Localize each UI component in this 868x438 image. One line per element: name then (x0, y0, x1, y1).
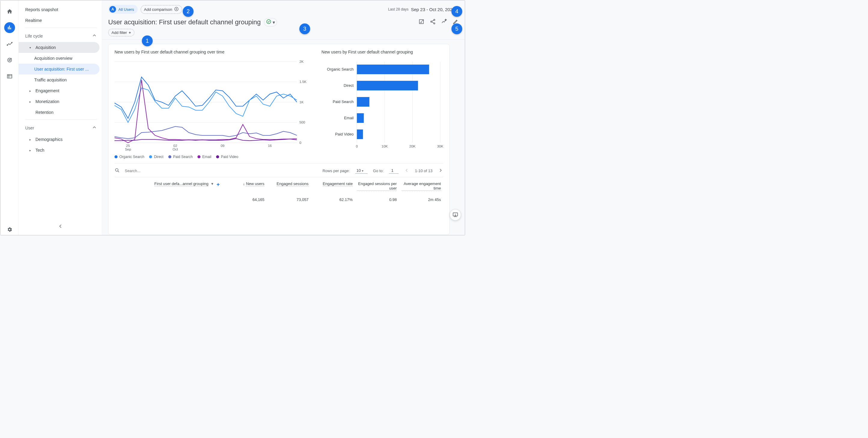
nav-sub-label: Acquisition (35, 45, 56, 50)
segment-label: All Users (118, 7, 134, 12)
prev-page-icon[interactable] (404, 168, 409, 174)
nav-retention[interactable]: Retention (19, 107, 99, 118)
metric-engaged-sessions[interactable]: Engaged sessions (277, 182, 308, 186)
nav-realtime[interactable]: Realtime (19, 15, 99, 26)
nav-sub-label: Retention (35, 110, 54, 115)
svg-text:25: 25 (126, 144, 130, 148)
dimension-dropdown[interactable]: First user defa...annel grouping (154, 182, 209, 186)
search-icon (115, 168, 120, 174)
total-new-users: 64,165 (223, 197, 267, 202)
caret-right-icon: ▸ (29, 149, 32, 152)
svg-point-55 (455, 215, 455, 215)
segment-chip[interactable]: A All Users (108, 5, 138, 14)
nav-acquisition[interactable]: ▾ Acquisition (19, 42, 99, 53)
svg-text:02: 02 (174, 144, 177, 148)
total-sessions-per-user: 0.98 (355, 197, 399, 202)
configure-icon[interactable] (4, 71, 15, 82)
svg-line-15 (432, 20, 434, 21)
feedback-icon[interactable] (450, 209, 461, 220)
line-chart: 05001K1.5K2K25Sep02Oct0916 (115, 59, 310, 152)
nav-sub-label: Monetization (35, 99, 59, 104)
chip-label: Add comparison (144, 7, 172, 12)
share-icon[interactable] (430, 19, 436, 26)
caret-right-icon: ▸ (29, 138, 32, 141)
next-page-icon[interactable] (438, 168, 443, 174)
home-icon[interactable] (4, 6, 15, 17)
svg-text:Direct: Direct (344, 84, 354, 88)
explore-icon[interactable] (4, 38, 15, 49)
goto-input[interactable]: 1 (389, 168, 399, 174)
svg-text:09: 09 (221, 144, 224, 148)
legend-item: Organic Search (119, 155, 144, 159)
nav-sub-label: Traffic acquisition (34, 77, 67, 82)
nav-sub-label: Demographics (35, 137, 63, 142)
svg-text:10K: 10K (381, 145, 388, 148)
annotation-2: 2 (183, 6, 193, 17)
caret-down-icon: ▾ (273, 20, 275, 25)
insights-icon[interactable] (441, 19, 447, 26)
nav-engagement[interactable]: ▸ Engagement (19, 85, 99, 96)
nav-demographics[interactable]: ▸ Demographics (19, 134, 99, 145)
svg-point-1 (11, 42, 12, 43)
legend-item: Direct (154, 155, 163, 159)
legend-item: Paid Search (173, 155, 193, 159)
nav-user-acquisition[interactable]: User acquisition: First user ... (19, 64, 99, 74)
legend-item: Paid Video (221, 155, 238, 159)
svg-text:2K: 2K (299, 60, 304, 63)
svg-text:1K: 1K (299, 100, 304, 104)
svg-rect-45 (357, 97, 369, 107)
metric-sessions-per-user[interactable]: Engaged sessions per user (358, 182, 397, 191)
nav-section-user[interactable]: User (19, 122, 102, 134)
add-dimension-icon[interactable]: + (216, 182, 220, 188)
table-search-input[interactable] (125, 168, 185, 173)
svg-text:16: 16 (268, 144, 272, 148)
legend-item: Email (202, 155, 211, 159)
reports-icon[interactable] (4, 22, 15, 33)
chart-legend: Organic Search Direct Paid Search Email … (115, 155, 310, 159)
svg-point-0 (7, 45, 8, 46)
nav-section-life-cycle[interactable]: Life cycle (19, 30, 102, 42)
annotation-3: 3 (299, 24, 310, 34)
table-header: First user defa...annel grouping ▾ + ↓ N… (115, 177, 443, 191)
metric-avg-time[interactable]: Average engagement time (402, 182, 441, 191)
svg-text:0: 0 (356, 145, 358, 148)
add-comparison-button[interactable]: Add comparison (141, 5, 182, 14)
sort-arrow-down-icon[interactable]: ↓ (243, 182, 246, 186)
nav-acquisition-overview[interactable]: Acquisition overview (19, 53, 99, 64)
admin-gear-icon[interactable] (4, 224, 15, 235)
status-dropdown[interactable]: ▾ (264, 18, 277, 26)
svg-text:Paid Search: Paid Search (333, 100, 354, 104)
svg-text:20K: 20K (409, 145, 415, 148)
date-label: Last 28 days (388, 7, 408, 11)
goto-label: Go to: (373, 168, 383, 173)
nav-monetization[interactable]: ▸ Monetization (19, 96, 99, 107)
caret-down-icon[interactable]: ▾ (211, 182, 213, 186)
total-avg-time: 2m 45s (399, 197, 443, 202)
add-filter-button[interactable]: Add filter + (108, 29, 134, 36)
metric-new-users[interactable]: New users (246, 182, 264, 186)
annotation-1: 1 (142, 35, 153, 46)
collapse-nav-icon[interactable] (19, 218, 102, 235)
nav-sub-label: Tech (35, 148, 44, 153)
svg-rect-4 (7, 74, 12, 78)
caret-down-icon: ▾ (362, 169, 363, 173)
line-chart-title: New users by First user default channel … (115, 50, 310, 54)
customize-report-icon[interactable] (418, 19, 424, 26)
svg-text:Sep: Sep (125, 148, 131, 151)
metric-engagement-rate[interactable]: Engagement rate (323, 182, 353, 186)
nav-reports-snapshot[interactable]: Reports snapshot (19, 4, 99, 15)
page-range: 1-10 of 13 (415, 168, 433, 173)
rows-per-page-select[interactable]: 10 ▾ (355, 168, 368, 174)
svg-point-51 (116, 168, 118, 171)
page-title: User acquisition: First user default cha… (108, 18, 261, 26)
svg-text:30K: 30K (437, 145, 443, 148)
caret-down-icon: ▾ (29, 46, 32, 49)
rows-per-page-label: Rows per page: (322, 168, 350, 173)
svg-text:1.5K: 1.5K (299, 80, 307, 84)
nav-sub-label: User acquisition: First user ... (34, 67, 89, 71)
nav-traffic-acquisition[interactable]: Traffic acquisition (19, 74, 99, 85)
nav-tech[interactable]: ▸ Tech (19, 145, 99, 156)
advertising-icon[interactable] (4, 55, 15, 65)
check-circle-icon (266, 19, 271, 26)
chip-label: Add filter (112, 30, 127, 35)
